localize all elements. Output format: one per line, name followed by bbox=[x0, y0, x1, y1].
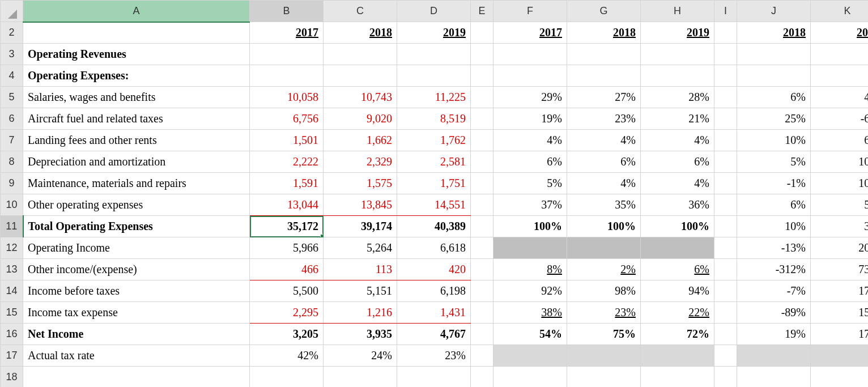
cell-I17[interactable] bbox=[714, 345, 737, 367]
cell-I2[interactable] bbox=[714, 22, 737, 44]
cell-B10[interactable]: 13,044 bbox=[250, 194, 324, 216]
cell-A11[interactable]: Total Operating Expenses bbox=[23, 216, 250, 237]
cell-A5[interactable]: Salaries, wages and benefits bbox=[23, 87, 250, 108]
cell-F17[interactable] bbox=[493, 345, 567, 367]
cell-B16[interactable]: 3,205 bbox=[250, 324, 324, 345]
cell-E18[interactable] bbox=[471, 367, 493, 388]
cell-H18[interactable] bbox=[641, 367, 714, 388]
row-header-7[interactable]: 7 bbox=[1, 130, 23, 151]
cell-A8[interactable]: Depreciation and amortization bbox=[23, 151, 250, 173]
cell-K14[interactable]: 17% bbox=[811, 280, 869, 302]
cell-D4[interactable] bbox=[397, 65, 471, 87]
cell-H14[interactable]: 94% bbox=[641, 280, 714, 302]
cell-C12[interactable]: 5,264 bbox=[324, 237, 397, 259]
cell-C2[interactable]: 2018 bbox=[324, 22, 397, 44]
cell-B5[interactable]: 10,058 bbox=[250, 87, 324, 108]
col-header-G[interactable]: G bbox=[567, 1, 641, 22]
col-header-F[interactable]: F bbox=[493, 1, 567, 22]
cell-K13[interactable]: 73% bbox=[811, 259, 869, 280]
cell-F15[interactable]: 38% bbox=[493, 302, 567, 324]
cell-C17[interactable]: 24% bbox=[324, 345, 397, 367]
cell-D13[interactable]: 420 bbox=[397, 259, 471, 280]
cell-E7[interactable] bbox=[471, 130, 493, 151]
cell-E13[interactable] bbox=[471, 259, 493, 280]
cell-J8[interactable]: 5% bbox=[737, 151, 811, 173]
cell-C10[interactable]: 13,845 bbox=[324, 194, 397, 216]
cell-A4[interactable]: Operating Expenses: bbox=[23, 65, 250, 87]
row-header-9[interactable]: 9 bbox=[1, 173, 23, 194]
cell-F11[interactable]: 100% bbox=[493, 216, 567, 237]
cell-D8[interactable]: 2,581 bbox=[397, 151, 471, 173]
row-header-4[interactable]: 4 bbox=[1, 65, 23, 87]
cell-C4[interactable] bbox=[324, 65, 397, 87]
cell-C7[interactable]: 1,662 bbox=[324, 130, 397, 151]
cell-K7[interactable]: 6% bbox=[811, 130, 869, 151]
cell-A3[interactable]: Operating Revenues bbox=[23, 44, 250, 65]
cell-E15[interactable] bbox=[471, 302, 493, 324]
cell-H7[interactable]: 4% bbox=[641, 130, 714, 151]
row-header-12[interactable]: 12 bbox=[1, 237, 23, 259]
cell-E11[interactable] bbox=[471, 216, 493, 237]
cell-F7[interactable]: 4% bbox=[493, 130, 567, 151]
cell-J5[interactable]: 6% bbox=[737, 87, 811, 108]
cell-I13[interactable] bbox=[714, 259, 737, 280]
cell-A13[interactable]: Other income/(expense) bbox=[23, 259, 250, 280]
cell-J17[interactable] bbox=[737, 345, 811, 367]
cell-G9[interactable]: 4% bbox=[567, 173, 641, 194]
cell-F12[interactable] bbox=[493, 237, 567, 259]
cell-I11[interactable] bbox=[714, 216, 737, 237]
cell-C9[interactable]: 1,575 bbox=[324, 173, 397, 194]
cell-G10[interactable]: 35% bbox=[567, 194, 641, 216]
cell-K18[interactable] bbox=[811, 367, 869, 388]
cell-J11[interactable]: 10% bbox=[737, 216, 811, 237]
cell-J7[interactable]: 10% bbox=[737, 130, 811, 151]
cell-F14[interactable]: 92% bbox=[493, 280, 567, 302]
cell-D6[interactable]: 8,519 bbox=[397, 108, 471, 130]
cell-E17[interactable] bbox=[471, 345, 493, 367]
row-header-3[interactable]: 3 bbox=[1, 44, 23, 65]
row-header-5[interactable]: 5 bbox=[1, 87, 23, 108]
cell-K4[interactable] bbox=[811, 65, 869, 87]
cell-K11[interactable]: 3% bbox=[811, 216, 869, 237]
cell-C15[interactable]: 1,216 bbox=[324, 302, 397, 324]
cell-E9[interactable] bbox=[471, 173, 493, 194]
cell-H3[interactable] bbox=[641, 44, 714, 65]
cell-K3[interactable] bbox=[811, 44, 869, 65]
cell-A14[interactable]: Income before taxes bbox=[23, 280, 250, 302]
cell-E6[interactable] bbox=[471, 108, 493, 130]
row-header-10[interactable]: 10 bbox=[1, 194, 23, 216]
cell-G4[interactable] bbox=[567, 65, 641, 87]
cell-B6[interactable]: 6,756 bbox=[250, 108, 324, 130]
cell-G15[interactable]: 23% bbox=[567, 302, 641, 324]
cell-J16[interactable]: 19% bbox=[737, 324, 811, 345]
cell-F4[interactable] bbox=[493, 65, 567, 87]
cell-I12[interactable] bbox=[714, 237, 737, 259]
cell-A9[interactable]: Maintenance, materials and repairs bbox=[23, 173, 250, 194]
cell-B8[interactable]: 2,222 bbox=[250, 151, 324, 173]
cell-D16[interactable]: 4,767 bbox=[397, 324, 471, 345]
cell-H11[interactable]: 100% bbox=[641, 216, 714, 237]
cell-J9[interactable]: -1% bbox=[737, 173, 811, 194]
cell-K16[interactable]: 17% bbox=[811, 324, 869, 345]
col-header-A[interactable]: A bbox=[23, 1, 250, 22]
cell-G7[interactable]: 4% bbox=[567, 130, 641, 151]
cell-F2[interactable]: 2017 bbox=[493, 22, 567, 44]
cell-I5[interactable] bbox=[714, 87, 737, 108]
cell-B4[interactable] bbox=[250, 65, 324, 87]
row-header-8[interactable]: 8 bbox=[1, 151, 23, 173]
cell-G5[interactable]: 27% bbox=[567, 87, 641, 108]
cell-B18[interactable] bbox=[250, 367, 324, 388]
col-header-K[interactable]: K bbox=[811, 1, 869, 22]
cell-K8[interactable]: 10% bbox=[811, 151, 869, 173]
cell-H4[interactable] bbox=[641, 65, 714, 87]
cell-F6[interactable]: 19% bbox=[493, 108, 567, 130]
cell-B13[interactable]: 466 bbox=[250, 259, 324, 280]
cell-E12[interactable] bbox=[471, 237, 493, 259]
cell-I15[interactable] bbox=[714, 302, 737, 324]
row-header-11[interactable]: 11 bbox=[1, 216, 23, 237]
cell-D11[interactable]: 40,389 bbox=[397, 216, 471, 237]
cell-E8[interactable] bbox=[471, 151, 493, 173]
cell-H16[interactable]: 72% bbox=[641, 324, 714, 345]
row-header-15[interactable]: 15 bbox=[1, 302, 23, 324]
cell-I16[interactable] bbox=[714, 324, 737, 345]
